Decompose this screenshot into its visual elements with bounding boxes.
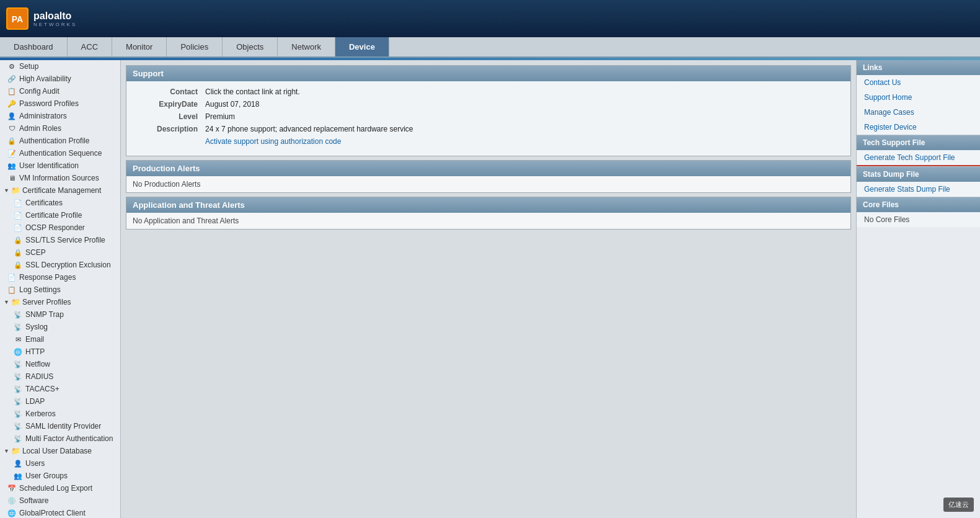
sidebar-item-response-pages[interactable]: 📄 Response Pages (0, 271, 120, 284)
ocsp-icon: 📄 (14, 223, 22, 232)
sidebar-item-vm-info-sources[interactable]: 🖥 VM Information Sources (0, 172, 120, 184)
sidebar-item-kerberos[interactable]: 📡 Kerberos (0, 408, 120, 420)
activate-link[interactable]: Activate support using authorization cod… (205, 137, 341, 146)
tech-support-section-header: Tech Support File (857, 135, 980, 150)
password-icon: 🔑 (7, 99, 16, 108)
response-pages-icon: 📄 (7, 273, 16, 282)
sidebar-item-netflow[interactable]: 📡 Netflow (0, 358, 120, 370)
sidebar-item-admin-roles[interactable]: 🛡 Admin Roles (0, 122, 120, 135)
sidebar-item-high-availability[interactable]: 🔗 High Availability (0, 73, 120, 85)
level-label: Level (136, 112, 198, 121)
cert-mgmt-arrow: ▼ (4, 187, 9, 194)
sidebar-item-log-settings[interactable]: 📋 Log Settings (0, 284, 120, 296)
http-icon: 🌐 (14, 347, 22, 356)
app-threat-alerts-header: Application and Threat Alerts (126, 197, 850, 213)
auth-profile-icon: 🔒 (7, 136, 16, 145)
nav-tabs: Dashboard ACC Monitor Policies Objects N… (0, 37, 980, 58)
watermark: 亿速云 (943, 498, 974, 512)
contact-value: Click the contact link at right. (205, 87, 300, 96)
right-panel: Links Contact Us Support Home Manage Cas… (856, 60, 980, 518)
logo-text-block: paloalto NETWORKS (33, 11, 77, 27)
sidebar-item-syslog[interactable]: 📡 Syslog (0, 321, 120, 333)
tab-policies[interactable]: Policies (167, 37, 223, 56)
log-settings-icon: 📋 (7, 285, 16, 294)
sidebar-item-globalprotect[interactable]: 🌐 GlobalProtect Client (0, 507, 120, 518)
sidebar-item-certificates[interactable]: 📄 Certificates (0, 197, 120, 209)
vm-icon: 🖥 (7, 174, 16, 182)
tab-dashboard[interactable]: Dashboard (0, 37, 68, 56)
support-panel: Support Contact Click the contact link a… (126, 65, 851, 156)
register-device-link[interactable]: Register Device (857, 120, 980, 135)
sidebar-item-ssl-decryption[interactable]: 🔒 SSL Decryption Exclusion (0, 259, 120, 271)
sidebar-item-ocsp[interactable]: 📄 OCSP Responder (0, 221, 120, 234)
sidebar-item-auth-sequence[interactable]: 📝 Authentication Sequence (0, 147, 120, 159)
sidebar-item-auth-profile[interactable]: 🔒 Authentication Profile (0, 135, 120, 147)
generate-stats-dump-link[interactable]: Generate Stats Dump File (857, 182, 980, 197)
tab-monitor[interactable]: Monitor (112, 37, 167, 56)
sidebar-item-setup[interactable]: ⚙ Setup (0, 60, 120, 73)
brand-name: paloalto (33, 11, 77, 22)
top-bar: PA paloalto NETWORKS (0, 0, 980, 37)
content-area: Support Contact Click the contact link a… (121, 60, 856, 518)
server-profiles-folder-icon: 📁 (11, 298, 20, 306)
sidebar-item-mfa[interactable]: 📡 Multi Factor Authentication (0, 432, 120, 445)
sidebar-item-administrators[interactable]: 👤 Administrators (0, 110, 120, 122)
scep-icon: 🔒 (14, 248, 22, 257)
sidebar-item-software[interactable]: 💿 Software (0, 494, 120, 507)
support-panel-body: Contact Click the contact link at right.… (126, 81, 850, 156)
sidebar-item-tacacs[interactable]: 📡 TACACS+ (0, 383, 120, 395)
sidebar-item-ldap[interactable]: 📡 LDAP (0, 395, 120, 408)
support-home-link[interactable]: Support Home (857, 90, 980, 105)
sidebar-section-cert-mgmt[interactable]: ▼ 📁 Certificate Management (0, 184, 120, 197)
sidebar-item-radius[interactable]: 📡 RADIUS (0, 370, 120, 383)
sidebar-section-server-profiles[interactable]: ▼ 📁 Server Profiles (0, 296, 120, 308)
production-alerts-message: No Production Alerts (126, 176, 850, 192)
user-groups-icon: 👥 (14, 471, 22, 480)
brand-sub: NETWORKS (33, 22, 77, 27)
mfa-icon: 📡 (14, 434, 22, 443)
kerberos-icon: 📡 (14, 409, 22, 418)
cert-profile-icon: 📄 (14, 211, 22, 220)
level-row: Level Premium (136, 112, 841, 121)
sidebar-item-saml[interactable]: 📡 SAML Identity Provider (0, 420, 120, 432)
snmp-icon: 📡 (14, 310, 22, 319)
globalprotect-icon: 🌐 (7, 509, 16, 517)
tab-acc[interactable]: ACC (68, 37, 112, 56)
setup-icon: ⚙ (7, 62, 16, 71)
sidebar-item-user-identification[interactable]: 👥 User Identification (0, 159, 120, 172)
core-files-message: No Core Files (857, 212, 980, 227)
contact-row: Contact Click the contact link at right. (136, 87, 841, 96)
email-icon: ✉ (14, 335, 22, 344)
saml-icon: 📡 (14, 422, 22, 431)
sidebar-item-users[interactable]: 👤 Users (0, 457, 120, 470)
users-icon: 👤 (14, 459, 22, 468)
manage-cases-link[interactable]: Manage Cases (857, 105, 980, 120)
sidebar-item-ssl-tls[interactable]: 🔒 SSL/TLS Service Profile (0, 234, 120, 246)
contact-label: Contact (136, 87, 198, 96)
support-panel-header: Support (126, 66, 850, 81)
sidebar-item-email[interactable]: ✉ Email (0, 333, 120, 346)
tab-objects[interactable]: Objects (223, 37, 278, 56)
activate-row: Activate support using authorization cod… (136, 137, 841, 146)
level-value: Premium (205, 112, 235, 121)
sidebar-item-user-groups[interactable]: 👥 User Groups (0, 470, 120, 482)
sidebar-item-scheduled-log-export[interactable]: 📅 Scheduled Log Export (0, 482, 120, 494)
sidebar-item-scep[interactable]: 🔒 SCEP (0, 246, 120, 259)
sidebar: ⚙ Setup 🔗 High Availability 📋 Config Aud… (0, 60, 121, 518)
production-alerts-header: Production Alerts (126, 161, 850, 176)
contact-us-link[interactable]: Contact Us (857, 75, 980, 90)
sidebar-item-config-audit[interactable]: 📋 Config Audit (0, 85, 120, 97)
sidebar-section-local-user-db[interactable]: ▼ 📁 Local User Database (0, 445, 120, 457)
sidebar-item-cert-profile[interactable]: 📄 Certificate Profile (0, 209, 120, 221)
cert-mgmt-folder-icon: 📁 (11, 186, 20, 195)
sidebar-item-http[interactable]: 🌐 HTTP (0, 346, 120, 358)
tab-network[interactable]: Network (278, 37, 335, 56)
tab-device[interactable]: Device (335, 37, 389, 56)
generate-tech-support-link[interactable]: Generate Tech Support File (857, 150, 980, 166)
auth-sequence-icon: 📝 (7, 149, 16, 158)
config-audit-icon: 📋 (7, 87, 16, 96)
tacacs-icon: 📡 (14, 385, 22, 393)
local-user-db-arrow: ▼ (4, 448, 9, 454)
sidebar-item-snmp-trap[interactable]: 📡 SNMP Trap (0, 308, 120, 321)
sidebar-item-password-profiles[interactable]: 🔑 Password Profiles (0, 97, 120, 110)
